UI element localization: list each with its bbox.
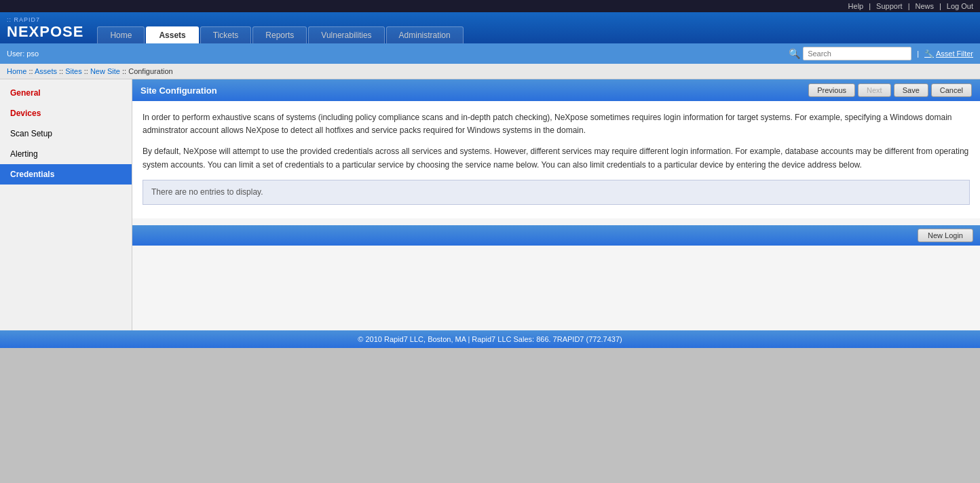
nav-tab-vulnerabilities[interactable]: Vulnerabilities	[308, 26, 384, 43]
search-input[interactable]	[803, 47, 911, 60]
main-layout: GeneralDevicesScan SetupAlertingCredenti…	[0, 79, 980, 330]
sep2: |	[908, 2, 910, 10]
sidebar-item-credentials[interactable]: Credentials	[0, 164, 132, 185]
sep1: |	[869, 2, 871, 10]
footer: © 2010 Rapid7 LLC, Boston, MA | Rapid7 L…	[0, 330, 980, 348]
nav-tab-reports[interactable]: Reports	[252, 26, 307, 43]
breadcrumb-bar: Home :: Assets :: Sites :: New Site :: C…	[0, 64, 980, 79]
search-icon: 🔍	[789, 48, 800, 59]
site-config-header: Site Configuration Previous Next Save Ca…	[132, 79, 980, 101]
breadcrumb-sites[interactable]: Sites	[65, 67, 81, 75]
paragraph1: In order to perform exhaustive scans of …	[143, 111, 970, 137]
bc-sep4: ::	[122, 67, 128, 75]
help-link[interactable]: Help	[848, 2, 864, 10]
bc-sep2: ::	[59, 67, 65, 75]
nav-tab-administration[interactable]: Administration	[386, 26, 464, 43]
header-buttons: Previous Next Save Cancel	[808, 83, 972, 97]
sidebar-item-devices[interactable]: Devices	[0, 103, 132, 123]
footer-text: © 2010 Rapid7 LLC, Boston, MA | Rapid7 L…	[358, 335, 622, 343]
sidebar-item-general[interactable]: General	[0, 83, 132, 103]
filter-icon: 🔧	[924, 50, 934, 58]
sidebar: GeneralDevicesScan SetupAlertingCredenti…	[0, 79, 132, 330]
nav-tab-tickets[interactable]: Tickets	[200, 26, 252, 43]
save-button[interactable]: Save	[894, 83, 928, 97]
asset-filter-label: Asset Filter	[936, 50, 973, 58]
header: :: RAPID7 NEXPOSE HomeAssetsTicketsRepor…	[0, 12, 980, 43]
user-info: User: pso	[7, 50, 39, 58]
sidebar-item-scan-setup[interactable]: Scan Setup	[0, 123, 132, 144]
content-body: In order to perform exhaustive scans of …	[132, 101, 980, 218]
breadcrumb-home[interactable]: Home	[7, 67, 26, 75]
bc-sep3: ::	[84, 67, 90, 75]
rapid7-text: :: RAPID7	[7, 16, 83, 23]
top-bar: Help | Support | News | Log Out	[0, 0, 980, 12]
logout-link[interactable]: Log Out	[947, 2, 973, 10]
search-bar: User: pso 🔍 | 🔧 Asset Filter	[0, 43, 980, 64]
logo: :: RAPID7 NEXPOSE	[7, 16, 83, 43]
support-link[interactable]: Support	[876, 2, 903, 10]
nav-tab-assets[interactable]: Assets	[146, 26, 198, 43]
previous-button[interactable]: Previous	[808, 83, 855, 97]
search-sep: |	[917, 50, 919, 58]
new-login-button[interactable]: New Login	[918, 229, 973, 242]
nexpose-text: NEXPOSE	[7, 23, 83, 40]
main-nav: HomeAssetsTicketsReportsVulnerabilitiesA…	[97, 26, 464, 43]
breadcrumb-new-site[interactable]: New Site	[90, 67, 120, 75]
no-entries-message: There are no entries to display.	[143, 180, 970, 205]
sidebar-item-alerting[interactable]: Alerting	[0, 144, 132, 164]
breadcrumb-configuration: Configuration	[128, 67, 172, 75]
action-bar: New Login	[132, 225, 980, 246]
asset-filter-button[interactable]: 🔧 Asset Filter	[924, 50, 973, 58]
logo-nav: :: RAPID7 NEXPOSE HomeAssetsTicketsRepor…	[7, 16, 973, 43]
sep3: |	[939, 2, 941, 10]
next-button[interactable]: Next	[858, 83, 891, 97]
cancel-button[interactable]: Cancel	[931, 83, 972, 97]
bc-sep1: ::	[29, 67, 35, 75]
nav-tab-home[interactable]: Home	[97, 26, 145, 43]
breadcrumb-assets[interactable]: Assets	[35, 67, 57, 75]
news-link[interactable]: News	[915, 2, 934, 10]
search-input-wrap: 🔍	[789, 47, 911, 60]
content-area: Site Configuration Previous Next Save Ca…	[132, 79, 980, 330]
site-config-title: Site Configuration	[140, 85, 217, 96]
paragraph2: By default, NeXpose will attempt to use …	[143, 145, 970, 171]
